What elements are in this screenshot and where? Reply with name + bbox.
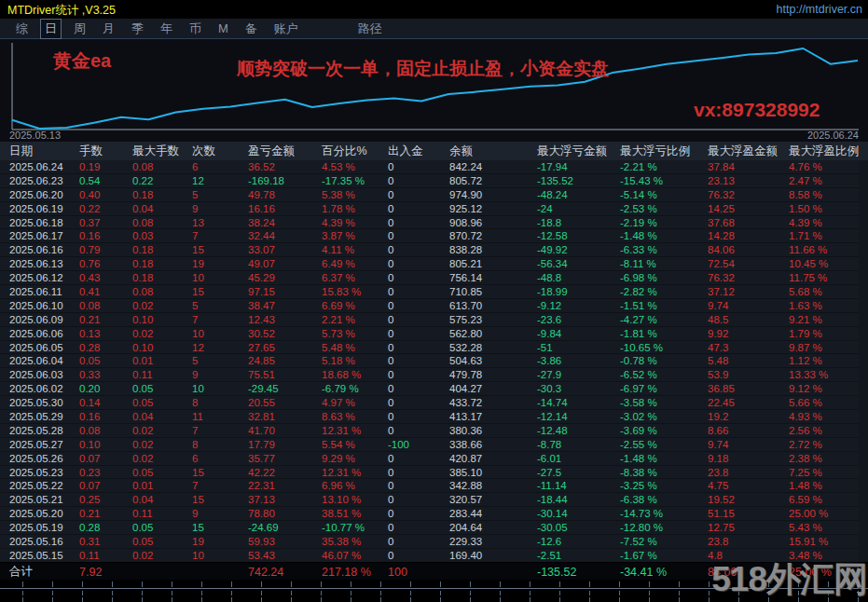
table-cell: 0.08 <box>132 217 192 228</box>
website-link[interactable]: http://mtdriver.cn <box>777 3 862 16</box>
table-cell: 0.37 <box>79 217 132 228</box>
table-cell: 2.47 % <box>789 175 859 186</box>
table-row: 2025.06.170.160.03732.443.87 %0870.72-12… <box>0 229 859 243</box>
table-cell: 7 <box>192 480 248 491</box>
table-cell: 2025.06.24 <box>9 161 79 172</box>
table-cell: 48.5 <box>708 314 789 325</box>
menu-item-path[interactable]: 路径 <box>354 20 386 38</box>
table-cell: 15 <box>192 494 248 505</box>
table-cell: 78.80 <box>248 508 322 519</box>
table-cell: -9.12 <box>537 300 620 311</box>
menu-item-账户[interactable]: 账户 <box>270 20 302 38</box>
table-cell: 49.07 <box>248 258 322 269</box>
table-cell: 15 <box>192 244 248 255</box>
table-cell: 0 <box>388 217 449 228</box>
menu-item-周[interactable]: 周 <box>70 20 90 38</box>
table-cell: 8 <box>192 397 248 408</box>
table-cell: -7.52 % <box>620 536 708 547</box>
table-cell: 35.38 % <box>322 536 388 547</box>
menu-item-日[interactable]: 日 <box>41 20 61 38</box>
table-cell: 22.45 <box>708 397 789 408</box>
table-cell: 613.70 <box>449 300 537 311</box>
menu-item-备[interactable]: 备 <box>241 20 261 38</box>
table-cell: 2025.05.22 <box>9 480 79 491</box>
table-cell: -3.02 % <box>620 411 708 422</box>
menu-item-季[interactable]: 季 <box>128 20 147 38</box>
table-cell: -29.45 <box>248 383 322 394</box>
table-cell: -3.86 <box>537 355 620 366</box>
table-cell: 0.25 <box>79 494 132 505</box>
menu-item-月[interactable]: 月 <box>99 20 118 38</box>
table-cell: 380.36 <box>449 425 537 436</box>
table-cell: 3.87 % <box>322 230 388 241</box>
table-cell: 0.02 <box>132 453 192 464</box>
table-cell: 46.07 % <box>322 550 388 561</box>
table-cell: 0.05 <box>79 355 132 366</box>
table-cell: 0 <box>388 258 449 269</box>
table-cell: -2.19 % <box>620 217 708 228</box>
table-cell: 9.87 % <box>789 342 859 353</box>
table-cell: 342.88 <box>449 480 537 491</box>
table-cell: 11.66 % <box>789 244 859 255</box>
table-cell: 5.66 % <box>789 397 859 408</box>
table-cell: -18.99 <box>537 286 620 297</box>
chart-label-product: 黄金ea <box>53 48 111 74</box>
chart-label-slogan: 顺势突破一次一单，固定止损止盈，小资金实盘 <box>237 57 609 81</box>
table-cell: 229.33 <box>449 536 537 547</box>
table-cell: 0.14 <box>79 397 132 408</box>
table-cell: 0 <box>388 536 449 547</box>
table-cell: 925.12 <box>449 203 537 214</box>
table-cell: -1.48 % <box>620 453 708 464</box>
table-cell: 0.05 <box>132 383 192 394</box>
table-cell: 0.08 <box>79 300 132 311</box>
table-cell: 0.20 <box>79 383 132 394</box>
table-cell: 0.05 <box>132 397 192 408</box>
table-row: 2025.06.100.080.02538.476.69 %0613.70-9.… <box>0 299 859 313</box>
table-cell: 0 <box>388 328 449 339</box>
table-cell: 0.02 <box>132 425 192 436</box>
table-cell: 0.18 <box>132 272 192 283</box>
table-cell: 710.85 <box>449 286 537 297</box>
menu-item-M[interactable]: M <box>214 21 232 36</box>
table-cell: 2025.05.26 <box>9 453 79 464</box>
table-cell: 0.02 <box>132 328 192 339</box>
table-cell: 1.63 % <box>789 300 859 311</box>
table-cell: 2025.06.17 <box>9 230 79 241</box>
table-cell: 2025.05.23 <box>9 467 79 478</box>
table-cell: 59.93 <box>248 536 322 547</box>
table-cell: 842.24 <box>449 161 537 172</box>
table-cell: -12.58 <box>537 230 620 241</box>
table-cell: 72.54 <box>708 258 789 269</box>
menu-item-币[interactable]: 币 <box>186 20 205 38</box>
table-cell: 0.18 <box>132 258 192 269</box>
table-row: 2025.06.060.130.021030.525.73 %0562.80-9… <box>0 327 859 341</box>
table-cell: -2.21 % <box>620 161 708 172</box>
table-cell: 0.11 <box>132 508 192 519</box>
table-cell: -8.78 <box>537 439 620 450</box>
table-cell: 2025.05.28 <box>9 425 79 436</box>
table-cell: 41.70 <box>248 425 322 436</box>
column-header: 手数 <box>79 144 132 159</box>
table-cell: 2.56 % <box>789 425 859 436</box>
table-cell: 22.31 <box>248 480 322 491</box>
table-cell: 合计 <box>9 564 79 580</box>
table-cell: -51 <box>537 342 620 353</box>
table-cell: 15 <box>192 467 248 478</box>
table-cell: 7 <box>192 314 248 325</box>
table-cell: -135.52 <box>537 175 620 186</box>
table-cell: 2025.05.27 <box>9 439 79 450</box>
table-cell: -3.58 % <box>620 397 708 408</box>
table-cell: -17.94 <box>537 161 620 172</box>
table-cell: 2025.06.23 <box>9 175 79 186</box>
table-cell: 36.52 <box>248 161 322 172</box>
table-row: 2025.05.230.230.051542.2212.31 %0385.10-… <box>0 466 859 480</box>
menu-item-年[interactable]: 年 <box>157 20 176 38</box>
table-cell: 37.13 <box>248 494 322 505</box>
table-cell: 35.77 <box>248 453 322 464</box>
menu-item-综[interactable]: 综 <box>12 20 32 38</box>
table-cell: 2025.05.29 <box>9 411 79 422</box>
table-cell: 2025.06.12 <box>9 272 79 283</box>
table-row: 2025.06.050.280.101227.655.48 %0532.28-5… <box>0 341 859 355</box>
table-cell: 0.79 <box>79 244 132 255</box>
table-cell: 7 <box>192 425 248 436</box>
